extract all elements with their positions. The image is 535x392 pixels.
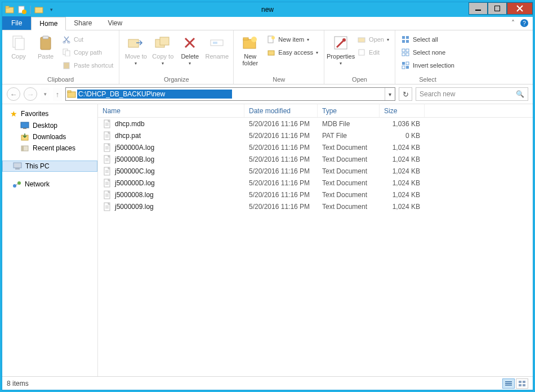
move-to-button[interactable]: Move to▾ bbox=[123, 33, 149, 66]
file-date: 5/20/2016 11:16 PM bbox=[244, 179, 318, 187]
svg-rect-41 bbox=[402, 66, 405, 69]
copy-icon bbox=[10, 34, 28, 52]
minimize-ribbon-icon[interactable]: ˄ bbox=[511, 19, 515, 27]
file-name: dhcp.pat bbox=[115, 132, 141, 140]
new-item-icon bbox=[266, 35, 275, 44]
details-view-button[interactable] bbox=[502, 378, 515, 389]
easy-access-button[interactable]: Easy access ▾ bbox=[264, 47, 320, 58]
view-tab[interactable]: View bbox=[100, 16, 130, 30]
rename-icon bbox=[208, 34, 226, 52]
file-row[interactable]: j5000009.log5/20/2016 11:16 PMText Docum… bbox=[98, 201, 533, 212]
file-name: j500000A.log bbox=[115, 144, 154, 152]
icons-view-button[interactable] bbox=[516, 378, 528, 389]
select-all-icon bbox=[401, 35, 410, 44]
column-date[interactable]: Date modified bbox=[244, 104, 318, 117]
select-none-button[interactable]: Select none bbox=[399, 47, 457, 58]
copy-path-button[interactable]: Copy path bbox=[60, 47, 115, 58]
svg-rect-69 bbox=[105, 161, 109, 161]
copy-button[interactable]: Copy bbox=[6, 33, 32, 60]
address-path[interactable]: C:\DHCP_DB_BACKUP\new bbox=[77, 90, 232, 99]
select-all-button[interactable]: Select all bbox=[399, 34, 457, 45]
file-type: Text Document bbox=[318, 144, 380, 152]
help-icon[interactable]: ? bbox=[520, 19, 528, 27]
sidebar-desktop[interactable]: Desktop bbox=[2, 120, 97, 131]
qat-new-folder-icon[interactable] bbox=[17, 5, 27, 15]
up-button[interactable]: ↑ bbox=[53, 87, 62, 101]
svg-rect-90 bbox=[523, 381, 525, 383]
open-button[interactable]: Open ▾ bbox=[355, 34, 391, 45]
file-tab[interactable]: File bbox=[2, 16, 31, 30]
home-tab[interactable]: Home bbox=[31, 17, 66, 30]
new-item-button[interactable]: New item ▾ bbox=[264, 34, 320, 45]
delete-button[interactable]: Delete▾ bbox=[177, 33, 203, 66]
properties-button[interactable]: Properties▾ bbox=[328, 33, 354, 66]
copy-to-button[interactable]: Copy to▾ bbox=[150, 33, 176, 66]
qat-dropdown-icon[interactable]: ▾ bbox=[46, 5, 56, 15]
address-dropdown-icon[interactable]: ▾ bbox=[385, 88, 395, 100]
rename-button[interactable]: Rename bbox=[204, 33, 230, 60]
svg-rect-30 bbox=[359, 50, 364, 55]
svg-rect-83 bbox=[105, 206, 109, 206]
file-icon bbox=[102, 119, 112, 128]
ribbon-tabs: File Home Share View ˄ ? bbox=[2, 17, 533, 30]
minimize-button[interactable] bbox=[469, 2, 488, 15]
sidebar-favorites[interactable]: ★Favorites bbox=[2, 108, 97, 120]
sidebar-recent[interactable]: Recent places bbox=[2, 142, 97, 154]
file-date: 5/20/2016 11:16 PM bbox=[244, 155, 318, 163]
file-type: Text Document bbox=[318, 191, 380, 199]
address-bar[interactable]: C:\DHCP_DB_BACKUP\new ▾ bbox=[65, 87, 395, 101]
edit-icon bbox=[357, 48, 366, 57]
svg-point-28 bbox=[342, 38, 346, 42]
svg-rect-92 bbox=[523, 384, 525, 386]
column-name[interactable]: Name bbox=[98, 104, 244, 117]
qat-properties-icon[interactable] bbox=[34, 5, 44, 15]
column-size[interactable]: Size bbox=[380, 104, 425, 117]
paste-shortcut-button[interactable]: Paste shortcut bbox=[60, 60, 115, 71]
svg-rect-32 bbox=[406, 36, 409, 39]
quick-access-toolbar: | ▾ bbox=[2, 5, 56, 15]
file-row[interactable]: j500000D.log5/20/2016 11:16 PMText Docum… bbox=[98, 177, 533, 189]
chevron-down-icon: ▾ bbox=[316, 50, 318, 55]
forward-button[interactable]: → bbox=[24, 87, 37, 101]
column-type[interactable]: Type bbox=[318, 104, 380, 117]
recent-locations-button[interactable]: ▾ bbox=[41, 87, 50, 101]
invert-selection-button[interactable]: Invert selection bbox=[399, 60, 457, 71]
desktop-icon bbox=[20, 122, 29, 130]
chevron-down-icon: ▾ bbox=[307, 37, 309, 42]
view-toggles bbox=[502, 378, 528, 389]
svg-rect-34 bbox=[406, 40, 409, 43]
chevron-down-icon: ▾ bbox=[340, 61, 342, 66]
share-tab[interactable]: Share bbox=[66, 16, 100, 30]
svg-point-25 bbox=[271, 36, 275, 39]
svg-rect-50 bbox=[14, 163, 21, 168]
select-none-icon bbox=[401, 48, 410, 57]
file-row[interactable]: dhcp.mdb5/20/2016 11:16 PMMDB File1,036 … bbox=[98, 118, 533, 130]
svg-rect-49 bbox=[21, 146, 24, 151]
edit-button[interactable]: Edit bbox=[355, 47, 391, 58]
sidebar-network[interactable]: Network bbox=[2, 179, 97, 190]
svg-rect-18 bbox=[160, 37, 169, 45]
file-row[interactable]: j500000C.log5/20/2016 11:16 PMText Docum… bbox=[98, 165, 533, 177]
paste-button[interactable]: Paste bbox=[33, 33, 59, 60]
maximize-button[interactable] bbox=[488, 2, 507, 15]
pc-icon bbox=[13, 162, 22, 170]
sidebar-downloads[interactable]: Downloads bbox=[2, 131, 97, 142]
refresh-button[interactable]: ↻ bbox=[399, 87, 412, 101]
file-row[interactable]: dhcp.pat5/20/2016 11:16 PMPAT File0 KB bbox=[98, 130, 533, 141]
file-icon bbox=[102, 202, 112, 211]
file-row[interactable]: j500000A.log5/20/2016 11:16 PMText Docum… bbox=[98, 141, 533, 153]
close-button[interactable] bbox=[507, 2, 533, 15]
open-icon bbox=[357, 35, 366, 44]
cut-button[interactable]: Cut bbox=[60, 34, 115, 45]
svg-rect-56 bbox=[105, 124, 109, 124]
file-row[interactable]: j5000008.log5/20/2016 11:16 PMText Docum… bbox=[98, 189, 533, 201]
svg-rect-61 bbox=[105, 137, 109, 137]
file-row[interactable]: j500000B.log5/20/2016 11:16 PMText Docum… bbox=[98, 153, 533, 165]
search-input[interactable]: Search new 🔍 bbox=[416, 87, 528, 101]
file-size: 1,024 KB bbox=[380, 144, 425, 152]
group-open: Properties▾ Open ▾ Edit Open bbox=[324, 30, 395, 84]
new-folder-button[interactable]: New folder bbox=[237, 33, 263, 66]
sidebar-this-pc[interactable]: This PC bbox=[2, 161, 97, 172]
back-button[interactable]: ← bbox=[7, 87, 20, 101]
svg-rect-89 bbox=[519, 381, 521, 383]
